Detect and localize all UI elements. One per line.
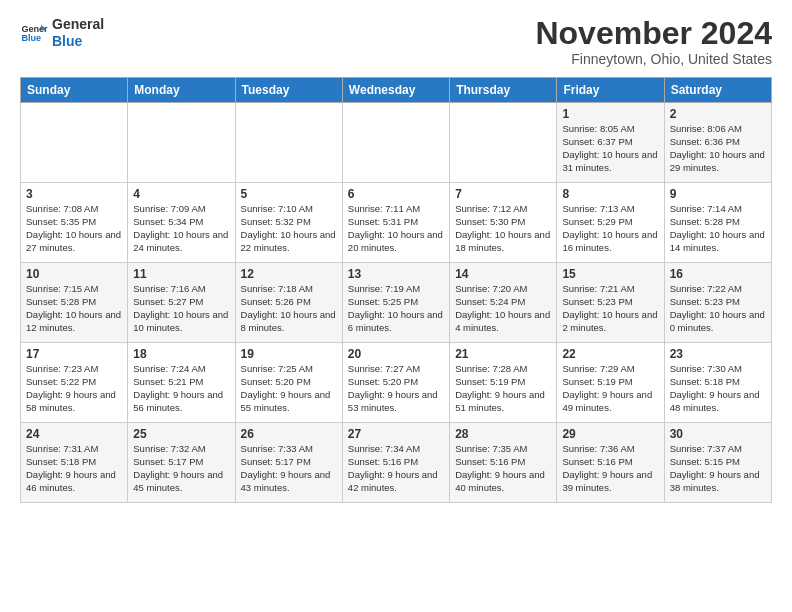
day-number: 2 xyxy=(670,107,766,121)
day-number: 1 xyxy=(562,107,658,121)
calendar-cell: 26Sunrise: 7:33 AMSunset: 5:17 PMDayligh… xyxy=(235,423,342,503)
day-number: 11 xyxy=(133,267,229,281)
weekday-header: Thursday xyxy=(450,78,557,103)
day-number: 3 xyxy=(26,187,122,201)
day-number: 12 xyxy=(241,267,337,281)
day-number: 17 xyxy=(26,347,122,361)
calendar-cell: 22Sunrise: 7:29 AMSunset: 5:19 PMDayligh… xyxy=(557,343,664,423)
page-header: General Blue General Blue November 2024 … xyxy=(20,16,772,67)
cell-content: Sunrise: 7:25 AMSunset: 5:20 PMDaylight:… xyxy=(241,363,337,414)
calendar-week-row: 10Sunrise: 7:15 AMSunset: 5:28 PMDayligh… xyxy=(21,263,772,343)
calendar-cell: 13Sunrise: 7:19 AMSunset: 5:25 PMDayligh… xyxy=(342,263,449,343)
cell-content: Sunrise: 7:36 AMSunset: 5:16 PMDaylight:… xyxy=(562,443,658,494)
calendar-cell: 1Sunrise: 8:05 AMSunset: 6:37 PMDaylight… xyxy=(557,103,664,183)
day-number: 28 xyxy=(455,427,551,441)
cell-content: Sunrise: 7:29 AMSunset: 5:19 PMDaylight:… xyxy=(562,363,658,414)
calendar-cell: 9Sunrise: 7:14 AMSunset: 5:28 PMDaylight… xyxy=(664,183,771,263)
calendar-page: General Blue General Blue November 2024 … xyxy=(0,0,792,519)
weekday-header: Friday xyxy=(557,78,664,103)
cell-content: Sunrise: 7:15 AMSunset: 5:28 PMDaylight:… xyxy=(26,283,122,334)
cell-content: Sunrise: 7:21 AMSunset: 5:23 PMDaylight:… xyxy=(562,283,658,334)
calendar-cell xyxy=(21,103,128,183)
title-block: November 2024 Finneytown, Ohio, United S… xyxy=(535,16,772,67)
cell-content: Sunrise: 7:34 AMSunset: 5:16 PMDaylight:… xyxy=(348,443,444,494)
cell-content: Sunrise: 7:08 AMSunset: 5:35 PMDaylight:… xyxy=(26,203,122,254)
day-number: 24 xyxy=(26,427,122,441)
calendar-cell: 21Sunrise: 7:28 AMSunset: 5:19 PMDayligh… xyxy=(450,343,557,423)
day-number: 26 xyxy=(241,427,337,441)
weekday-header: Sunday xyxy=(21,78,128,103)
logo-text-blue: Blue xyxy=(52,33,104,50)
day-number: 14 xyxy=(455,267,551,281)
cell-content: Sunrise: 7:24 AMSunset: 5:21 PMDaylight:… xyxy=(133,363,229,414)
calendar-cell: 30Sunrise: 7:37 AMSunset: 5:15 PMDayligh… xyxy=(664,423,771,503)
svg-text:Blue: Blue xyxy=(21,33,41,43)
calendar-cell: 27Sunrise: 7:34 AMSunset: 5:16 PMDayligh… xyxy=(342,423,449,503)
day-number: 22 xyxy=(562,347,658,361)
weekday-header: Saturday xyxy=(664,78,771,103)
cell-content: Sunrise: 8:06 AMSunset: 6:36 PMDaylight:… xyxy=(670,123,766,174)
day-number: 30 xyxy=(670,427,766,441)
cell-content: Sunrise: 7:22 AMSunset: 5:23 PMDaylight:… xyxy=(670,283,766,334)
cell-content: Sunrise: 7:14 AMSunset: 5:28 PMDaylight:… xyxy=(670,203,766,254)
calendar-cell: 17Sunrise: 7:23 AMSunset: 5:22 PMDayligh… xyxy=(21,343,128,423)
day-number: 21 xyxy=(455,347,551,361)
cell-content: Sunrise: 7:18 AMSunset: 5:26 PMDaylight:… xyxy=(241,283,337,334)
calendar-cell: 2Sunrise: 8:06 AMSunset: 6:36 PMDaylight… xyxy=(664,103,771,183)
cell-content: Sunrise: 7:10 AMSunset: 5:32 PMDaylight:… xyxy=(241,203,337,254)
day-number: 7 xyxy=(455,187,551,201)
day-number: 15 xyxy=(562,267,658,281)
day-number: 9 xyxy=(670,187,766,201)
day-number: 18 xyxy=(133,347,229,361)
calendar-cell: 5Sunrise: 7:10 AMSunset: 5:32 PMDaylight… xyxy=(235,183,342,263)
cell-content: Sunrise: 7:20 AMSunset: 5:24 PMDaylight:… xyxy=(455,283,551,334)
day-number: 27 xyxy=(348,427,444,441)
cell-content: Sunrise: 7:16 AMSunset: 5:27 PMDaylight:… xyxy=(133,283,229,334)
calendar-cell: 10Sunrise: 7:15 AMSunset: 5:28 PMDayligh… xyxy=(21,263,128,343)
calendar-cell xyxy=(235,103,342,183)
cell-content: Sunrise: 7:19 AMSunset: 5:25 PMDaylight:… xyxy=(348,283,444,334)
cell-content: Sunrise: 7:30 AMSunset: 5:18 PMDaylight:… xyxy=(670,363,766,414)
calendar-cell: 6Sunrise: 7:11 AMSunset: 5:31 PMDaylight… xyxy=(342,183,449,263)
calendar-cell: 8Sunrise: 7:13 AMSunset: 5:29 PMDaylight… xyxy=(557,183,664,263)
logo: General Blue General Blue xyxy=(20,16,104,50)
weekday-header: Monday xyxy=(128,78,235,103)
calendar-cell xyxy=(342,103,449,183)
day-number: 19 xyxy=(241,347,337,361)
day-number: 23 xyxy=(670,347,766,361)
day-number: 20 xyxy=(348,347,444,361)
calendar-week-row: 24Sunrise: 7:31 AMSunset: 5:18 PMDayligh… xyxy=(21,423,772,503)
calendar-cell: 19Sunrise: 7:25 AMSunset: 5:20 PMDayligh… xyxy=(235,343,342,423)
day-number: 29 xyxy=(562,427,658,441)
calendar-cell: 29Sunrise: 7:36 AMSunset: 5:16 PMDayligh… xyxy=(557,423,664,503)
cell-content: Sunrise: 7:32 AMSunset: 5:17 PMDaylight:… xyxy=(133,443,229,494)
calendar-cell: 28Sunrise: 7:35 AMSunset: 5:16 PMDayligh… xyxy=(450,423,557,503)
calendar-cell: 7Sunrise: 7:12 AMSunset: 5:30 PMDaylight… xyxy=(450,183,557,263)
month-title: November 2024 xyxy=(535,16,772,51)
calendar-table: SundayMondayTuesdayWednesdayThursdayFrid… xyxy=(20,77,772,503)
calendar-cell: 11Sunrise: 7:16 AMSunset: 5:27 PMDayligh… xyxy=(128,263,235,343)
cell-content: Sunrise: 7:37 AMSunset: 5:15 PMDaylight:… xyxy=(670,443,766,494)
weekday-header-row: SundayMondayTuesdayWednesdayThursdayFrid… xyxy=(21,78,772,103)
day-number: 6 xyxy=(348,187,444,201)
cell-content: Sunrise: 7:11 AMSunset: 5:31 PMDaylight:… xyxy=(348,203,444,254)
calendar-cell: 24Sunrise: 7:31 AMSunset: 5:18 PMDayligh… xyxy=(21,423,128,503)
logo-text-general: General xyxy=(52,16,104,33)
calendar-cell: 15Sunrise: 7:21 AMSunset: 5:23 PMDayligh… xyxy=(557,263,664,343)
calendar-cell: 3Sunrise: 7:08 AMSunset: 5:35 PMDaylight… xyxy=(21,183,128,263)
day-number: 10 xyxy=(26,267,122,281)
cell-content: Sunrise: 7:13 AMSunset: 5:29 PMDaylight:… xyxy=(562,203,658,254)
calendar-cell: 12Sunrise: 7:18 AMSunset: 5:26 PMDayligh… xyxy=(235,263,342,343)
day-number: 8 xyxy=(562,187,658,201)
calendar-cell: 25Sunrise: 7:32 AMSunset: 5:17 PMDayligh… xyxy=(128,423,235,503)
location: Finneytown, Ohio, United States xyxy=(535,51,772,67)
cell-content: Sunrise: 7:33 AMSunset: 5:17 PMDaylight:… xyxy=(241,443,337,494)
calendar-cell xyxy=(128,103,235,183)
cell-content: Sunrise: 7:12 AMSunset: 5:30 PMDaylight:… xyxy=(455,203,551,254)
logo-icon: General Blue xyxy=(20,19,48,47)
cell-content: Sunrise: 7:31 AMSunset: 5:18 PMDaylight:… xyxy=(26,443,122,494)
cell-content: Sunrise: 7:35 AMSunset: 5:16 PMDaylight:… xyxy=(455,443,551,494)
cell-content: Sunrise: 7:09 AMSunset: 5:34 PMDaylight:… xyxy=(133,203,229,254)
calendar-cell: 16Sunrise: 7:22 AMSunset: 5:23 PMDayligh… xyxy=(664,263,771,343)
calendar-week-row: 17Sunrise: 7:23 AMSunset: 5:22 PMDayligh… xyxy=(21,343,772,423)
